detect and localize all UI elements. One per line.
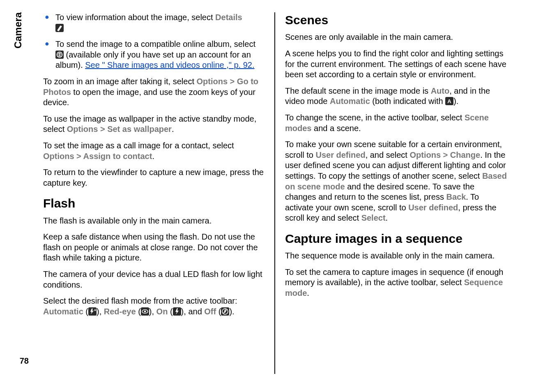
bullet-text: To send the image to a compatible online… (55, 39, 255, 48)
back-label: Back (446, 192, 466, 201)
flash-redeye-label: Red-eye (104, 307, 136, 316)
assign-to-contact-label: Assign to contact (83, 152, 152, 161)
share-online-icon (55, 51, 64, 59)
manual-page: Camera 78 To view information about the … (12, 12, 530, 374)
flash-redeye-icon (141, 307, 149, 316)
set-as-wallpaper-label: Set as wallpaper (107, 125, 172, 134)
flash-on-icon (173, 307, 181, 316)
paragraph-sequence-availability: The sequence mode is available only in t… (285, 251, 507, 261)
automatic-label: Automatic (330, 97, 370, 106)
change-label: Change (450, 150, 480, 159)
options-label: Options (43, 152, 74, 161)
bullet-text: To view information about the image, sel… (55, 13, 215, 22)
flash-off-label: Off (204, 307, 216, 316)
gt-separator: > (74, 152, 83, 161)
bullet-item-share: To send the image to a compatible online… (43, 39, 265, 71)
flash-auto-icon: A (88, 307, 97, 316)
paragraph-flash-availability: The flash is available only in the main … (43, 216, 265, 226)
paragraph-scene-change: To change the scene, in the active toolb… (285, 113, 507, 134)
svg-text:A: A (94, 309, 96, 311)
details-icon (55, 24, 64, 32)
section-tab-camera: Camera (12, 12, 25, 48)
column-left: To view information about the image, sel… (43, 12, 275, 374)
heading-sequence: Capture images in a sequence (285, 231, 507, 247)
options-label: Options (67, 125, 98, 134)
paragraph-scenes-availability: Scenes are only available in the main ca… (285, 32, 507, 43)
user-defined-label: User defined (315, 150, 365, 159)
flash-on-label: On (156, 307, 168, 316)
paragraph-flash-led: The camera of your device has a dual LED… (43, 269, 265, 290)
auto-scene-icon: A (445, 97, 453, 105)
paragraph-user-defined: To make your own scene suitable for a ce… (285, 139, 507, 224)
user-defined-label: User defined (408, 203, 458, 212)
details-label: Details (215, 13, 242, 22)
select-label: Select (361, 213, 386, 222)
paragraph-flash-safety: Keep a safe distance when using the flas… (43, 232, 265, 263)
paragraph-wallpaper: To use the image as wallpaper in the act… (43, 114, 265, 135)
bullet-list: To view information about the image, sel… (43, 12, 265, 71)
heading-flash: Flash (43, 196, 265, 211)
flash-automatic-label: Automatic (43, 307, 83, 316)
heading-scenes: Scenes (285, 12, 507, 28)
gt-separator: > (98, 125, 107, 134)
paragraph-return-viewfinder: To return to the viewfinder to capture a… (43, 167, 265, 188)
options-label: Options (197, 77, 228, 86)
page-number: 78 (12, 356, 29, 366)
paragraph-zoom: To zoom in an image after taking it, sel… (43, 76, 265, 108)
gt-separator: > (441, 150, 450, 159)
auto-label: Auto (431, 86, 450, 95)
options-label: Options (410, 150, 441, 159)
paragraph-scenes-intro: A scene helps you to find the right colo… (285, 48, 507, 80)
bullet-item-details: To view information about the image, sel… (43, 12, 265, 33)
paragraph-contact: To set the image as a call image for a c… (43, 141, 265, 161)
paragraph-sequence-set: To set the camera to capture images in s… (285, 267, 507, 299)
share-online-link[interactable]: See " Share images and videos online ," … (85, 60, 254, 69)
svg-point-7 (144, 311, 146, 313)
column-right: Scenes Scenes are only available in the … (275, 12, 507, 374)
gt-separator: > (228, 77, 237, 86)
paragraph-flash-modes: Select the desired flash mode from the a… (43, 296, 265, 317)
paragraph-scenes-default: The default scene in the image mode is A… (285, 86, 507, 107)
svg-text:A: A (448, 98, 452, 104)
two-column-layout: To view information about the image, sel… (43, 12, 528, 374)
flash-off-icon (221, 307, 229, 316)
